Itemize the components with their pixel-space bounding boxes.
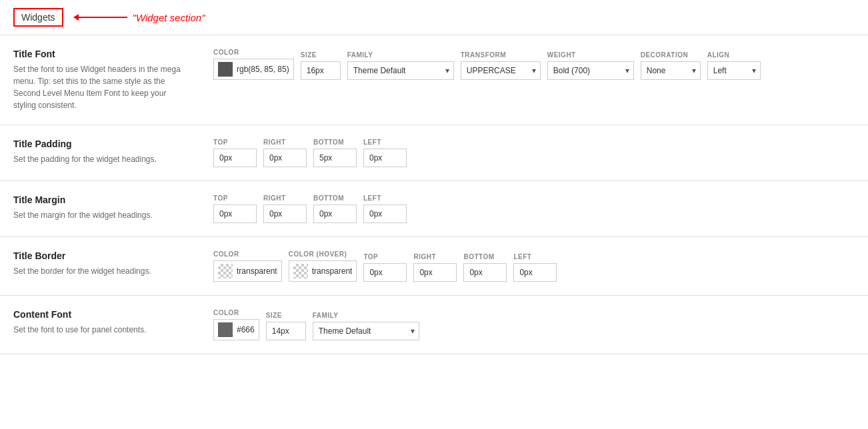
align-select-wrapper[interactable]: Left Center Right Justify [707,61,761,80]
title-font-size-group: SIZE [301,51,341,80]
title-border-label: Title Border Set the border for the widg… [13,250,187,277]
title-margin-title: Title Margin [13,195,187,205]
margin-left-group: LEFT [363,195,407,223]
family-label: FAMILY [347,51,454,59]
title-padding-desc: Set the padding for the widget headings. [13,153,187,165]
title-border-controls: COLOR transparent COLOR (HOVER) transpar… [213,250,557,282]
weight-select-wrapper[interactable]: Bold (700) Normal (400) Light (300) Thin… [547,61,634,80]
color-swatch [218,62,233,77]
title-border-title: Title Border [13,250,187,261]
size-label: SIZE [301,51,341,59]
weight-select[interactable]: Bold (700) Normal (400) Light (300) Thin… [548,62,619,79]
page-header: Widgets "Widget section" [0,0,868,35]
title-font-decoration-group: DECORATION None Underline Overline Line-… [641,51,701,80]
decoration-select-wrapper[interactable]: None Underline Overline Line-through [641,61,701,80]
decoration-select[interactable]: None Underline Overline Line-through [641,62,711,79]
margin-bottom-input[interactable] [313,205,357,223]
content-family-select-wrapper[interactable]: Theme Default Arial Helvetica Georgia [313,322,419,340]
content-size-label: SIZE [266,312,306,319]
content-font-desc: Set the font to use for panel contents. [13,324,187,336]
title-font-desc: Set the font to use Widget headers in th… [13,63,187,111]
margin-top-group: TOP [213,195,257,223]
transform-select-wrapper[interactable]: UPPERCASE lowercase Capitalize None [461,61,541,80]
margin-top-input[interactable] [213,205,257,223]
margin-bottom-label: BOTTOM [313,195,357,202]
content-color-value: #666 [237,325,255,334]
size-input[interactable] [301,61,341,80]
padding-top-group: TOP [213,139,257,167]
margin-top-label: TOP [213,195,257,202]
border-bottom-input[interactable] [463,263,507,282]
border-color-hover-swatch [293,264,308,278]
margin-bottom-group: BOTTOM [313,195,357,223]
border-color-hover-group: COLOR (HOVER) transparent [289,250,357,282]
title-margin-controls: TOP RIGHT BOTTOM LEFT [213,195,407,223]
padding-left-group: LEFT [363,139,407,167]
title-padding-controls: TOP RIGHT BOTTOM LEFT [213,139,407,167]
border-right-input[interactable] [413,263,457,282]
content-color-label: COLOR [213,309,259,316]
border-color-group: COLOR transparent [213,250,282,282]
content-color-swatch [218,322,233,337]
border-color-hover-value: transparent [312,266,353,276]
border-right-group: RIGHT [413,253,457,282]
padding-left-input[interactable] [363,149,407,167]
family-select-wrapper[interactable]: Theme Default Arial Helvetica Georgia [347,61,454,80]
align-select[interactable]: Left Center Right Justify [708,62,757,79]
padding-bottom-label: BOTTOM [313,139,357,146]
align-label: ALIGN [707,51,761,59]
title-padding-section: Title Padding Set the padding for the wi… [0,125,868,181]
border-bottom-label: BOTTOM [463,253,507,260]
padding-right-label: RIGHT [263,139,307,146]
border-left-group: LEFT [513,253,557,282]
margin-right-input[interactable] [263,205,307,223]
padding-bottom-group: BOTTOM [313,139,357,167]
content-color-input[interactable]: #666 [213,319,259,340]
border-color-hover-label: COLOR (HOVER) [289,250,357,258]
arrow-line [74,17,127,18]
content-family-select[interactable]: Theme Default Arial Helvetica Georgia [313,322,390,340]
title-margin-section: Title Margin Set the margin for the widg… [0,181,868,237]
title-font-color-group: COLOR rgb(85, 85, 85) [213,49,294,80]
color-label: COLOR [213,49,294,56]
annotation-text: "Widget section" [133,12,205,23]
content-font-label: Content Font Set the font to use for pan… [13,309,187,336]
color-input[interactable]: rgb(85, 85, 85) [213,59,294,80]
title-padding-title: Title Padding [13,139,187,149]
border-color-hover-input[interactable]: transparent [289,260,357,282]
padding-bottom-input[interactable] [313,149,357,167]
border-color-value: transparent [237,266,277,276]
border-color-input[interactable]: transparent [213,260,282,282]
border-top-input[interactable] [363,263,407,282]
content-size-input[interactable] [266,322,306,340]
title-font-section: Title Font Set the font to use Widget he… [0,35,868,125]
margin-left-label: LEFT [363,195,407,202]
content-font-section: Content Font Set the font to use for pan… [0,296,868,354]
title-border-desc: Set the border for the widget headings. [13,265,187,277]
transform-select[interactable]: UPPERCASE lowercase Capitalize None [461,62,535,79]
margin-right-group: RIGHT [263,195,307,223]
family-select[interactable]: Theme Default Arial Helvetica Georgia [348,62,425,79]
title-margin-label: Title Margin Set the margin for the widg… [13,195,187,221]
title-padding-label: Title Padding Set the padding for the wi… [13,139,187,165]
padding-right-group: RIGHT [263,139,307,167]
decoration-label: DECORATION [641,51,701,59]
margin-left-input[interactable] [363,205,407,223]
border-left-input[interactable] [513,263,557,282]
title-margin-desc: Set the margin for the widget headings. [13,209,187,221]
padding-top-input[interactable] [213,149,257,167]
title-font-family-group: FAMILY Theme Default Arial Helvetica Geo… [347,51,454,80]
border-right-label: RIGHT [413,253,457,260]
title-font-transform-group: TRANSFORM UPPERCASE lowercase Capitalize… [461,51,541,80]
widgets-label[interactable]: Widgets [13,8,63,27]
content-size-group: SIZE [266,312,306,340]
title-font-title: Title Font [13,49,187,59]
title-font-label: Title Font Set the font to use Widget he… [13,49,187,111]
border-left-label: LEFT [513,253,557,260]
content-family-group: FAMILY Theme Default Arial Helvetica Geo… [313,312,419,340]
title-font-weight-group: WEIGHT Bold (700) Normal (400) Light (30… [547,51,634,80]
content: Title Font Set the font to use Widget he… [0,35,868,354]
content-color-group: COLOR #666 [213,309,259,340]
padding-right-input[interactable] [263,149,307,167]
border-color-swatch [218,264,233,278]
